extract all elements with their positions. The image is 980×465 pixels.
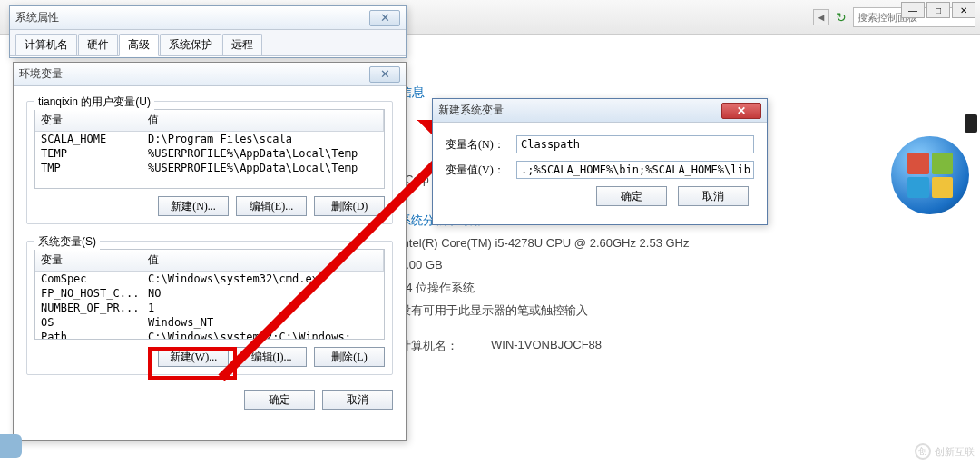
col-value[interactable]: 值: [142, 250, 384, 271]
new-system-variable-dialog: 新建系统变量 ✕ 变量名(N)： 变量值(V)： 确定 取消: [432, 98, 768, 225]
user-new-button[interactable]: 新建(N)...: [158, 196, 229, 216]
col-variable[interactable]: 变量: [35, 250, 142, 271]
user-edit-button[interactable]: 编辑(E)...: [236, 196, 307, 216]
system-type-value: 64 位操作系统: [399, 277, 980, 300]
system-properties-tabs: 计算机名 硬件 高级 系统保护 远程: [10, 30, 406, 56]
close-icon[interactable]: ✕: [369, 66, 400, 83]
window-controls: — □ ✕: [901, 2, 975, 18]
user-vars-label: tianqixin 的用户变量(U): [34, 94, 154, 110]
table-row[interactable]: OSWindows_NT: [35, 315, 384, 330]
system-properties-titlebar[interactable]: 系统属性 ✕: [10, 6, 406, 30]
var-value-input[interactable]: [516, 161, 754, 179]
usb-device-icon: [965, 114, 977, 133]
watermark-logo-icon: 创: [915, 443, 931, 460]
table-row[interactable]: FP_NO_HOST_C...NO: [35, 286, 384, 301]
user-vars-group: tianqixin 的用户变量(U) 变量值 SCALA_HOMED:\Prog…: [26, 101, 393, 224]
table-row[interactable]: TMP%USERPROFILE%\AppData\Local\Temp: [35, 161, 384, 175]
var-name-input[interactable]: [516, 135, 754, 153]
tab-computer-name[interactable]: 计算机名: [15, 34, 77, 55]
maximize-button[interactable]: □: [926, 2, 950, 18]
sys-edit-button[interactable]: 编辑(I)...: [236, 347, 307, 367]
tab-remote[interactable]: 远程: [222, 34, 262, 55]
sys-vars-group: 系统变量(S) 变量值 ComSpecC:\Windows\system32\c…: [26, 241, 393, 375]
var-value-label: 变量值(V)：: [446, 163, 516, 178]
computer-name-label: 计算机名：: [399, 338, 458, 354]
table-row[interactable]: SCALA_HOMED:\Program Files\scala: [35, 132, 384, 146]
user-vars-list[interactable]: 变量值 SCALA_HOMED:\Program Files\scalaTEMP…: [34, 109, 385, 189]
sys-vars-list[interactable]: 变量值 ComSpecC:\Windows\system32\cmd.exeFP…: [34, 249, 385, 340]
cancel-button[interactable]: 取消: [322, 390, 393, 410]
close-icon[interactable]: ✕: [721, 103, 761, 119]
new-var-title: 新建系统变量: [438, 103, 504, 118]
env-title: 环境变量: [19, 66, 63, 82]
windows-logo-icon: [891, 136, 969, 214]
ram-value: 2.00 GB: [399, 254, 980, 277]
user-delete-button[interactable]: 删除(D): [314, 196, 385, 216]
new-var-titlebar[interactable]: 新建系统变量 ✕: [433, 99, 767, 123]
computer-name-value: WIN-1VONBJOCF88: [491, 338, 602, 354]
ok-button[interactable]: 确定: [244, 390, 315, 410]
sys-vars-label: 系统变量(S): [34, 234, 100, 250]
environment-variables-dialog: 环境变量 ✕ tianqixin 的用户变量(U) 变量值 SCALA_HOME…: [13, 62, 407, 441]
close-icon[interactable]: ✕: [369, 10, 400, 26]
tab-system-protection[interactable]: 系统保护: [160, 34, 221, 55]
cancel-button[interactable]: 取消: [678, 186, 749, 206]
var-name-label: 变量名(N)：: [446, 137, 516, 153]
system-properties-title: 系统属性: [15, 10, 59, 25]
watermark: 创 创新互联: [915, 443, 975, 460]
table-row[interactable]: PathC:\Windows\system32;C:\Windows;: [35, 330, 384, 339]
refresh-icon[interactable]: ↻: [833, 9, 849, 25]
sys-delete-button[interactable]: 删除(L): [314, 347, 385, 367]
watermark-text: 创新互联: [935, 445, 975, 459]
tab-hardware[interactable]: 硬件: [78, 34, 118, 55]
tab-advanced[interactable]: 高级: [119, 34, 159, 56]
taskbar-cloud-icon[interactable]: [0, 434, 22, 458]
back-button[interactable]: ◄: [813, 9, 829, 25]
table-row[interactable]: ComSpecC:\Windows\system32\cmd.exe: [35, 272, 384, 286]
ok-button[interactable]: 确定: [596, 186, 667, 206]
close-button[interactable]: ✕: [952, 2, 975, 18]
pen-touch-value: 没有可用于此显示器的笔或触控输入: [399, 300, 980, 322]
minimize-button[interactable]: —: [901, 2, 925, 18]
table-row[interactable]: TEMP%USERPROFILE%\AppData\Local\Temp: [35, 146, 384, 161]
col-variable[interactable]: 变量: [35, 110, 142, 131]
cpu-value: Intel(R) Core(TM) i5-4278U CPU @ 2.60GHz…: [399, 232, 980, 255]
system-properties-dialog: 系统属性 ✕ 计算机名 硬件 高级 系统保护 远程: [9, 5, 407, 58]
col-value[interactable]: 值: [142, 110, 384, 131]
sys-new-button[interactable]: 新建(W)...: [158, 347, 229, 367]
table-row[interactable]: NUMBER_OF_PR...1: [35, 301, 384, 315]
env-titlebar[interactable]: 环境变量 ✕: [14, 63, 406, 86]
